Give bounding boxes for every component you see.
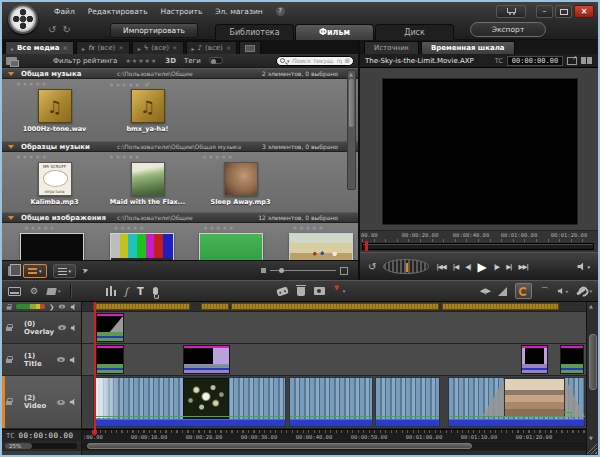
video-track-lane[interactable] (82, 376, 586, 429)
media-item[interactable]: ★★★★★ Sleep Away.mp3 (198, 154, 283, 212)
scrubber-playhead[interactable] (365, 241, 368, 251)
section-header-music-samples[interactable]: Образцы музыки c:\Пользователи\Общие\Общ… (2, 141, 358, 152)
dual-view-icon[interactable] (581, 57, 593, 65)
item-rating[interactable]: ★★★★★ (16, 154, 48, 162)
menu-edit[interactable]: Редактировать (88, 7, 148, 16)
marker-button[interactable]: ▾ (334, 286, 346, 296)
rating-stars[interactable]: ★★★★★ (125, 57, 157, 64)
expand-arrow-icon[interactable]: ▸ (192, 45, 195, 52)
scroll-up-icon[interactable]: ▲ (589, 303, 593, 309)
section-header-common-images[interactable]: Общие изображения c:\Пользователи\Общие … (2, 212, 358, 223)
audio-mixer-icon[interactable] (106, 286, 116, 296)
collapse-icon[interactable] (8, 145, 14, 149)
title-clip[interactable] (560, 345, 584, 374)
lock-icon[interactable] (7, 306, 12, 309)
scorefitter-icon[interactable]: ʃ (125, 286, 128, 297)
playhead-line[interactable] (94, 302, 96, 431)
help-icon[interactable]: ? (276, 7, 285, 16)
menu-file[interactable]: Файл (54, 7, 75, 16)
menu-store[interactable]: Эл. магазин (215, 7, 262, 16)
audio-clip[interactable] (93, 303, 190, 310)
item-rating[interactable]: ★★★★★ (293, 225, 325, 233)
prev-marker-button[interactable]: |◀ (453, 263, 458, 271)
media-item[interactable]: ★★★★★ (20, 225, 90, 260)
list-view-button[interactable]: ▾ (53, 264, 77, 278)
advanced-settings-button[interactable]: ▾ (576, 288, 592, 294)
collapse-icon[interactable] (8, 72, 14, 76)
media-item[interactable]: ★★★★★ ✓ ♫ bmx_ya-ha! (105, 81, 190, 141)
item-rating[interactable]: ★★★★★ (24, 225, 56, 233)
media-item[interactable]: ★★★★★ (289, 225, 359, 260)
video-clip[interactable] (448, 377, 585, 427)
close-tab-icon[interactable]: × (118, 44, 123, 52)
minimize-button[interactable]: – (536, 5, 553, 18)
clear-search-icon[interactable]: ⊗ (344, 57, 350, 65)
timeline-vscrollbar[interactable]: ▲ ▼ (586, 302, 598, 455)
grid-view-button[interactable]: ▾ (23, 264, 47, 278)
undo-icon[interactable]: ↺ (48, 24, 56, 36)
track-header-video[interactable]: (2) Video (2, 376, 81, 429)
step-forward-button[interactable]: |▶ (494, 263, 499, 271)
eye-icon[interactable] (57, 357, 65, 362)
redo-icon[interactable]: ↻ (62, 24, 70, 36)
library-tab-transitions[interactable]: ▸ ϟ (все) × (132, 41, 184, 54)
video-clip[interactable] (93, 377, 286, 427)
title-clip[interactable] (183, 345, 230, 374)
item-rating[interactable]: ★★★★★ (16, 81, 48, 89)
timecode-display[interactable]: 00:00:00.00 (507, 56, 563, 66)
tab-disc[interactable]: Диск (375, 24, 454, 40)
section-header-common-music[interactable]: Общая музыка c:\Пользователи\Общие 2 эле… (2, 68, 358, 79)
tab-library[interactable]: Библиотека (215, 24, 294, 40)
title-editor-icon[interactable]: T (137, 286, 144, 297)
magnetic-snap-button[interactable] (515, 283, 532, 299)
title-track-lane[interactable] (82, 344, 586, 376)
menu-setup[interactable]: Настроить (161, 7, 203, 16)
media-item[interactable]: ★★★★★ ♫ 1000Hz-tone.wav (12, 81, 97, 141)
navigator-icon[interactable] (8, 287, 21, 296)
thumbnail-zoom-slider[interactable] (261, 267, 348, 275)
item-rating[interactable]: ★★★★★ (109, 154, 141, 162)
close-tab-icon[interactable]: × (172, 44, 177, 52)
audio-clip[interactable] (231, 303, 439, 310)
tags-label[interactable]: Теги (184, 57, 201, 65)
expand-arrow-icon[interactable]: ▸ (82, 45, 85, 52)
razor-icon[interactable] (276, 286, 289, 296)
volume-keyframe[interactable] (564, 412, 572, 418)
timeline-ruler[interactable]: :00.00 00:00:10.00 00:00:20.00 00:00:30.… (82, 429, 586, 442)
close-button[interactable]: × (574, 5, 594, 18)
collapse-icon[interactable] (8, 216, 14, 220)
scrubber-track[interactable] (362, 243, 594, 250)
music-track-lane[interactable] (82, 302, 586, 312)
rating-filter-label[interactable]: Фильтр рейтинга (53, 57, 117, 65)
volume-control[interactable]: ▾ (577, 263, 590, 271)
media-item[interactable]: ★★★★★ MR SCRUFF ninja tuna Kalimba.mp3 (12, 154, 97, 212)
timeline-hscrollbar[interactable] (82, 442, 586, 451)
media-item[interactable]: ★★★★★ (110, 225, 180, 260)
zoom-slider-track[interactable] (270, 270, 336, 271)
video-clip[interactable] (289, 377, 373, 427)
go-to-end-button[interactable]: ▶▶| (519, 263, 528, 271)
tags-toggle[interactable] (209, 57, 223, 64)
volume-keyframe-icon[interactable]: ⌒ (540, 285, 549, 298)
trim-mode-icon[interactable]: ◀|▶ (480, 287, 490, 295)
audio-scrub-button[interactable]: ▸ (557, 287, 569, 295)
play-button[interactable]: ▶ (478, 260, 487, 274)
track-header-overlay[interactable]: (0) Overlay (2, 312, 81, 344)
item-rating[interactable]: ★★★★★ (202, 154, 234, 162)
library-tab-music[interactable]: ▸ ♪ (все) × (186, 41, 238, 54)
quick-import-icon[interactable] (82, 266, 94, 276)
item-rating[interactable]: ★★★★★ ✓ (109, 81, 150, 89)
vscroll-thumb[interactable] (589, 334, 597, 390)
expand-arrow-icon[interactable]: ▸ (11, 45, 14, 52)
delete-icon[interactable] (297, 287, 305, 296)
expand-arrow-icon[interactable]: ▸ (138, 45, 141, 52)
search-box[interactable]: ▾ ⊗ (276, 56, 354, 66)
close-tab-icon[interactable]: × (62, 44, 67, 52)
audio-clip[interactable] (442, 303, 559, 310)
track-size-button[interactable]: ▾ (47, 288, 61, 295)
import-button[interactable]: Импортировать (110, 23, 198, 38)
scroll-down-icon[interactable]: ▼ (589, 435, 593, 441)
jog-shuttle-wheel[interactable] (383, 259, 429, 274)
speaker-icon[interactable] (71, 303, 77, 310)
zoom-out-icon[interactable] (261, 268, 266, 273)
